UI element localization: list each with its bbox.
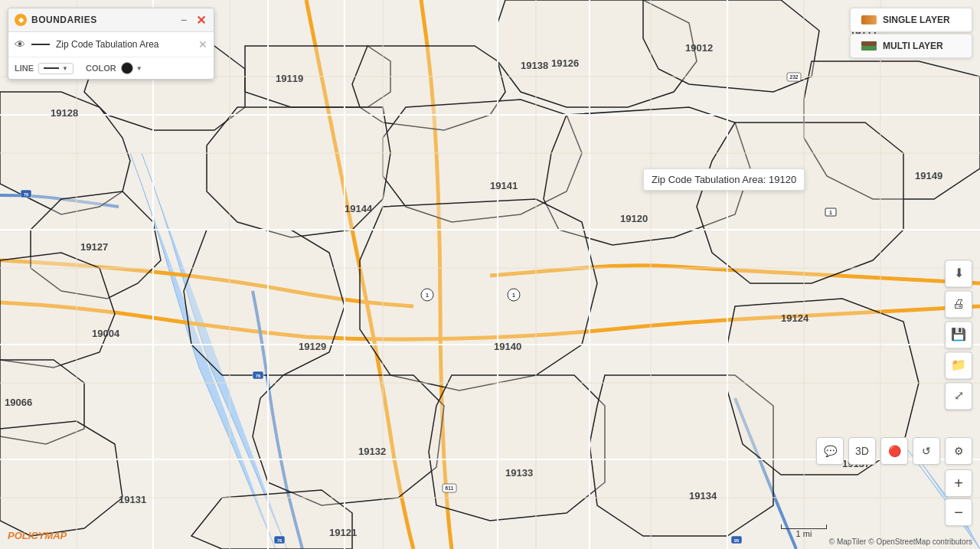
line-control-group: LINE ▼ bbox=[15, 63, 74, 74]
svg-text:76: 76 bbox=[256, 374, 261, 378]
share-button[interactable]: ⤢ bbox=[945, 382, 972, 410]
boundaries-header-left: ◆ BOUNDARIES bbox=[15, 14, 97, 26]
single-layer-label: SINGLE LAYER bbox=[883, 15, 950, 25]
right-toolbar: ⬇ 🖨 💾 📁 ⤢ bbox=[945, 260, 972, 410]
line-dropdown[interactable]: ▼ bbox=[38, 63, 74, 74]
color-label: COLOR bbox=[86, 64, 116, 73]
map-nav: 💬 3D 🔴 ↺ ⚙ bbox=[816, 437, 972, 465]
svg-marker-10 bbox=[207, 107, 390, 237]
bottom-controls: 💬 3D 🔴 ↺ ⚙ + − bbox=[816, 437, 972, 526]
zoom-controls: + − bbox=[945, 469, 972, 526]
attribution: © MapTiler © OpenStreetMap contributors bbox=[829, 538, 972, 546]
multi-layer-label: MULTI LAYER bbox=[883, 41, 943, 51]
threed-label: 3D bbox=[855, 445, 869, 457]
scale-bar: 1 mi bbox=[781, 524, 827, 538]
svg-text:1: 1 bbox=[426, 292, 429, 298]
boundaries-title: BOUNDARIES bbox=[31, 15, 97, 25]
compass-button[interactable]: 🔴 bbox=[880, 437, 908, 465]
logo-text: POLICYMAP bbox=[8, 530, 67, 541]
scale-label: 1 mi bbox=[796, 529, 812, 538]
svg-text:76: 76 bbox=[277, 538, 283, 543]
tooltip-text: Zip Code Tabulation Area: 19120 bbox=[652, 174, 796, 185]
color-control-group: COLOR ▼ bbox=[86, 62, 142, 74]
boundaries-header: ◆ BOUNDARIES − ✕ bbox=[8, 8, 214, 32]
boundaries-icon: ◆ bbox=[15, 14, 27, 26]
color-picker[interactable]: ▼ bbox=[121, 62, 142, 74]
header-icons: − ✕ bbox=[177, 13, 207, 27]
folder-button[interactable]: 📁 bbox=[945, 351, 972, 379]
single-layer-icon bbox=[861, 15, 877, 25]
color-dot bbox=[121, 62, 133, 74]
svg-text:95: 95 bbox=[734, 538, 740, 543]
threed-button[interactable]: 3D bbox=[848, 437, 876, 465]
layer-switcher: SINGLE LAYER MULTI LAYER bbox=[850, 8, 972, 58]
boundaries-panel: ◆ BOUNDARIES − ✕ 👁 Zip Code Tabulation A… bbox=[8, 8, 214, 80]
save-button[interactable]: 💾 bbox=[945, 321, 972, 348]
map-tooltip: Zip Code Tabulation Area: 19120 bbox=[643, 168, 805, 191]
line-preview bbox=[44, 67, 59, 69]
multi-layer-icon bbox=[861, 41, 877, 51]
multi-layer-button[interactable]: MULTI LAYER bbox=[850, 34, 972, 58]
settings-button[interactable]: ⚙ bbox=[945, 437, 972, 465]
map-container: 76 76 76 1 1 1 232 611 95 19111190121913… bbox=[0, 0, 980, 549]
policymap-logo: POLICYMAP bbox=[8, 530, 67, 541]
svg-marker-14 bbox=[184, 230, 345, 375]
comment-button[interactable]: 💬 bbox=[816, 437, 844, 465]
svg-text:232: 232 bbox=[790, 74, 799, 80]
line-label: LINE bbox=[15, 64, 34, 73]
line-indicator bbox=[31, 44, 50, 45]
svg-text:76: 76 bbox=[24, 192, 29, 197]
zoom-in-button[interactable]: + bbox=[945, 469, 972, 497]
download-button[interactable]: ⬇ bbox=[945, 260, 972, 287]
controls-row: LINE ▼ COLOR ▼ bbox=[8, 57, 214, 79]
layer-row: 👁 Zip Code Tabulation Area ✕ bbox=[8, 32, 214, 57]
attribution-text: © MapTiler © OpenStreetMap contributors bbox=[829, 538, 972, 546]
svg-text:1: 1 bbox=[512, 292, 515, 298]
single-layer-button[interactable]: SINGLE LAYER bbox=[850, 8, 972, 32]
svg-marker-13 bbox=[0, 253, 115, 368]
remove-layer-button[interactable]: ✕ bbox=[198, 38, 207, 51]
layer-name-label: Zip Code Tabulation Area bbox=[56, 39, 192, 50]
color-dropdown-arrow: ▼ bbox=[136, 65, 142, 72]
close-panel-button[interactable]: ✕ bbox=[194, 13, 207, 27]
visibility-icon[interactable]: 👁 bbox=[15, 38, 25, 51]
svg-marker-19 bbox=[429, 375, 605, 521]
svg-text:1: 1 bbox=[829, 210, 832, 215]
print-button[interactable]: 🖨 bbox=[945, 290, 972, 318]
svg-text:611: 611 bbox=[446, 485, 454, 491]
reset-button[interactable]: ↺ bbox=[913, 437, 940, 465]
zoom-out-button[interactable]: − bbox=[945, 498, 972, 526]
minimize-button[interactable]: − bbox=[177, 13, 191, 27]
line-dropdown-arrow: ▼ bbox=[62, 65, 68, 72]
